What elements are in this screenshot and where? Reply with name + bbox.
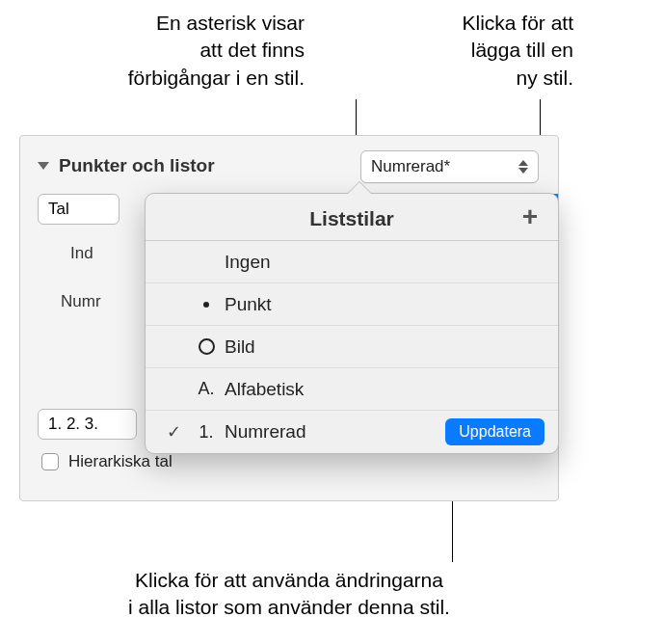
popover-title: Liststilar xyxy=(309,207,394,229)
list-style-item-none[interactable]: Ingen xyxy=(146,241,558,283)
hierarchical-checkbox-label: Hierarkiska tal xyxy=(68,452,173,471)
checkbox-icon[interactable] xyxy=(41,453,59,470)
list-item-label: Alfabetisk xyxy=(225,379,544,400)
list-item-label: Ingen xyxy=(225,252,544,273)
callout-update-text: Klicka för att använda ändringarna i all… xyxy=(128,569,450,618)
list-style-list: Ingen Punkt Bild A. Alfabetisk ✓ 1. Numr… xyxy=(146,241,558,453)
list-style-item-alphabetic[interactable]: A. Alfabetisk xyxy=(146,368,558,411)
list-style-dropdown[interactable]: Numrerad* xyxy=(360,150,539,183)
chevron-updown-icon xyxy=(518,160,528,174)
list-styles-popover: Liststilar + Ingen Punkt Bild A. Alfabet… xyxy=(145,193,559,454)
list-item-label: Numrerad xyxy=(225,421,445,443)
popover-header: Liststilar + xyxy=(146,194,558,241)
number-type-dropdown[interactable]: Tal xyxy=(38,194,120,225)
callout-add-style-text: Klicka för att lägga till en ny stil. xyxy=(462,12,573,89)
callout-asterisk-text: En asterisk visar att det finns förbigån… xyxy=(128,12,305,89)
list-item-label: Punkt xyxy=(225,294,544,315)
callout-update: Klicka för att använda ändringarna i all… xyxy=(87,567,491,622)
plus-icon: + xyxy=(522,201,538,231)
list-style-dropdown-value: Numrerad* xyxy=(371,157,450,176)
disclosure-triangle-icon xyxy=(38,162,49,170)
list-style-item-image[interactable]: Bild xyxy=(146,326,558,368)
sequence-field[interactable]: 1. 2. 3. xyxy=(38,409,137,440)
number-label-partial: Numr xyxy=(61,292,101,311)
list-style-item-bullet[interactable]: Punkt xyxy=(146,283,558,326)
callout-asterisk: En asterisk visar att det finns förbigån… xyxy=(58,10,305,92)
list-style-item-numbered[interactable]: ✓ 1. Numrerad Uppdatera xyxy=(146,411,558,453)
list-item-label: Bild xyxy=(225,336,544,358)
bullet-icon xyxy=(203,302,209,308)
add-style-button[interactable]: + xyxy=(516,203,544,232)
callout-add-style: Klicka för att lägga till en ny stil. xyxy=(407,10,573,92)
indent-label-partial: Ind xyxy=(70,244,93,263)
letter-a-icon: A. xyxy=(198,379,214,399)
update-style-button[interactable]: Uppdatera xyxy=(445,418,544,445)
sequence-value: 1. 2. 3. xyxy=(48,415,98,434)
hollow-circle-icon xyxy=(199,338,215,355)
section-title: Punkter och listor xyxy=(59,155,215,176)
hierarchical-checkbox-row[interactable]: Hierarkiska tal xyxy=(41,452,173,471)
checkmark-icon: ✓ xyxy=(167,421,181,443)
number-one-icon: 1. xyxy=(199,422,213,443)
number-type-value: Tal xyxy=(48,200,69,219)
